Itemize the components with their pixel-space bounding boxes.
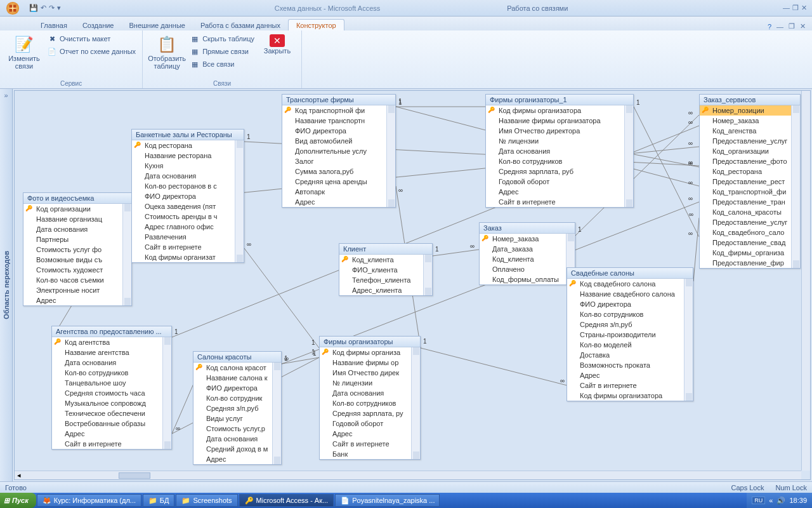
table-field[interactable]: Востребованные образы (52, 418, 171, 429)
table-field[interactable]: Код_агенства (700, 126, 800, 136)
table-field[interactable]: Адрес (282, 197, 395, 207)
table-scrollbar[interactable] (624, 105, 633, 207)
table-field[interactable]: Название фирмы организатора (486, 116, 633, 126)
table-field[interactable]: Партнеры (23, 234, 131, 244)
table-transport[interactable]: Транспортые фирмыКод транспортной фиНазв… (282, 94, 396, 208)
table-field[interactable]: Номер_заказа (480, 234, 575, 244)
table-field[interactable]: Сайт в интернете (132, 242, 244, 252)
minimize-doc-icon[interactable]: — (776, 23, 783, 30)
table-field[interactable]: Автопарк (282, 187, 395, 197)
table-field[interactable]: Предоставление_фир (700, 258, 800, 268)
table-field[interactable]: Дата основания (132, 171, 244, 181)
table-field[interactable]: Дата основания (320, 388, 420, 398)
table-field[interactable]: Возможные виды съ (23, 255, 131, 265)
taskbar-item[interactable]: 📁Screenshots (176, 494, 237, 507)
table-field[interactable]: ФИО директора (132, 191, 244, 201)
table-field[interactable]: Возможность проката (567, 360, 693, 370)
table-field[interactable]: Имя Отчество директора (486, 126, 633, 136)
table-field[interactable]: Залог (282, 156, 395, 166)
table-scrollbar[interactable] (272, 363, 281, 464)
table-field[interactable]: Техническое обеспечени (52, 408, 171, 418)
relations-report-button[interactable]: 📄Отчет по схеме данных (46, 46, 137, 57)
taskbar-item[interactable]: 🦊Курс: Информатика (дл... (37, 494, 141, 507)
table-field[interactable]: Код_транспортной_фи (700, 187, 800, 197)
table-field[interactable]: Средний доход в м (193, 444, 281, 454)
table-field[interactable]: Кол-во часов съемки (23, 275, 131, 285)
table-field[interactable]: Код_клиента (480, 254, 575, 264)
table-field[interactable]: Имя Отчество дирек (320, 368, 420, 378)
table-scrollbar[interactable] (235, 140, 244, 262)
language-indicator[interactable]: RU (752, 497, 765, 504)
table-order[interactable]: ЗаказНомер_заказаДата_заказаКод_клиентаО… (479, 222, 575, 285)
table-field[interactable]: Код_салона_красоты (700, 207, 800, 217)
table-field[interactable]: Электронные носит (23, 285, 131, 295)
table-field[interactable]: Сайт в интернете (320, 439, 420, 449)
table-header[interactable]: Агентства по предоставлению ... (52, 326, 171, 337)
table-field[interactable]: Название салона к (193, 373, 281, 383)
table-field[interactable]: Кол-во сотрудников (486, 156, 633, 166)
help-icon[interactable]: ? (768, 23, 771, 30)
table-field[interactable]: Сумма залога,руб (282, 166, 395, 177)
table-field[interactable]: Развлечения (132, 232, 244, 242)
save-icon[interactable]: 💾 (29, 4, 38, 12)
table-field[interactable]: Код фирмы организатора (486, 105, 633, 116)
table-field[interactable]: Сайт в интернете (486, 197, 633, 207)
table-header[interactable]: Заказ_сервисов (700, 95, 800, 105)
system-tray[interactable]: RU « 🔊 18:39 (747, 493, 812, 508)
table-header[interactable]: Салоны красоты (193, 352, 281, 363)
table-wedding[interactable]: Свадебные салоныКод свадебного салонаНаз… (566, 267, 693, 401)
ribbon-tab[interactable]: Главная (33, 20, 75, 30)
table-field[interactable]: Код агентства (52, 337, 171, 347)
table-scrollbar[interactable] (386, 105, 395, 207)
table-scrollbar[interactable] (162, 337, 171, 449)
table-field[interactable]: Сайт в интернете (52, 439, 171, 449)
table-client[interactable]: КлиентКод_клиентаФИО_клиентаТелефон_клие… (339, 243, 433, 296)
taskbar-item[interactable]: 📄Poyasnitelnaya_zapiska ... (335, 494, 440, 507)
table-field[interactable]: Код_организации (700, 146, 800, 156)
close-doc-icon[interactable]: ✕ (800, 22, 806, 30)
direct-relations-button[interactable]: ▦Прямые связи (188, 46, 256, 57)
table-field[interactable]: Годовой оборот (320, 418, 420, 429)
table-field[interactable]: Адрес (52, 429, 171, 439)
table-field[interactable]: Номер_позиции (700, 105, 800, 116)
table-banquet[interactable]: Банкетные залы и РестораныКод ресторанаН… (131, 129, 244, 263)
table-services[interactable]: Заказ_сервисовНомер_позицииНомер_заказаК… (699, 94, 801, 269)
table-field[interactable]: Кол-во ресторанов в с (132, 181, 244, 191)
table-field[interactable]: Адрес главного офис (132, 222, 244, 232)
navigation-pane[interactable]: » Область переходов (0, 89, 13, 481)
table-field[interactable]: Средняя з/п,руб (193, 403, 281, 413)
table-field[interactable]: Стоимость художест (23, 265, 131, 275)
horizontal-scrollbar[interactable]: ◂ (15, 471, 801, 479)
table-field[interactable]: Кухня (132, 161, 244, 171)
table-field[interactable]: Код свадебного салона (567, 279, 693, 289)
table-field[interactable]: Стоимость услуг фо (23, 244, 131, 255)
table-field[interactable]: Дата основания (23, 224, 131, 234)
table-field[interactable]: Оцека заведения (пят (132, 201, 244, 211)
restore-doc-icon[interactable]: ❐ (789, 22, 795, 30)
ribbon-tab[interactable]: Внешние данные (122, 20, 193, 30)
table-field[interactable]: Адрес (193, 454, 281, 464)
table-photo[interactable]: Фото и видеосъемкаКод организацииНазвани… (23, 192, 132, 306)
table-field[interactable]: Предоставление_фото (700, 156, 800, 166)
edit-relations-button[interactable]: 📝 Изменить связи (5, 33, 43, 71)
table-salon[interactable]: Салоны красотыКод салона красотНазвание … (193, 351, 282, 465)
table-field[interactable]: Предоставление_свад (700, 237, 800, 248)
table-field[interactable]: Оплачено (480, 264, 575, 274)
table-field[interactable]: Средняя з/п,руб (567, 319, 693, 330)
table-field[interactable]: Предоставление_услуг (700, 217, 800, 227)
table-field[interactable]: Код фирмы организатора (567, 391, 693, 401)
table-field[interactable]: Предоставление_тран (700, 197, 800, 207)
table-field[interactable]: Годовой оборот (486, 177, 633, 187)
table-scrollbar[interactable] (122, 204, 131, 305)
table-header[interactable]: Фото и видеосъемка (23, 193, 131, 204)
table-header[interactable]: Фирмы организаторы (320, 337, 420, 347)
ribbon-tab[interactable]: Конструктор (288, 19, 344, 30)
table-field[interactable]: Страны-производители (567, 330, 693, 340)
tray-expand-icon[interactable]: « (769, 497, 773, 504)
table-field[interactable]: Номер_заказа (700, 116, 800, 126)
table-field[interactable]: Доставка (567, 350, 693, 360)
table-scrollbar[interactable] (423, 255, 432, 295)
table-field[interactable]: ФИО директора (193, 383, 281, 393)
table-field[interactable]: Код фирмы организат (132, 252, 244, 262)
table-field[interactable]: № лицензии (486, 136, 633, 146)
